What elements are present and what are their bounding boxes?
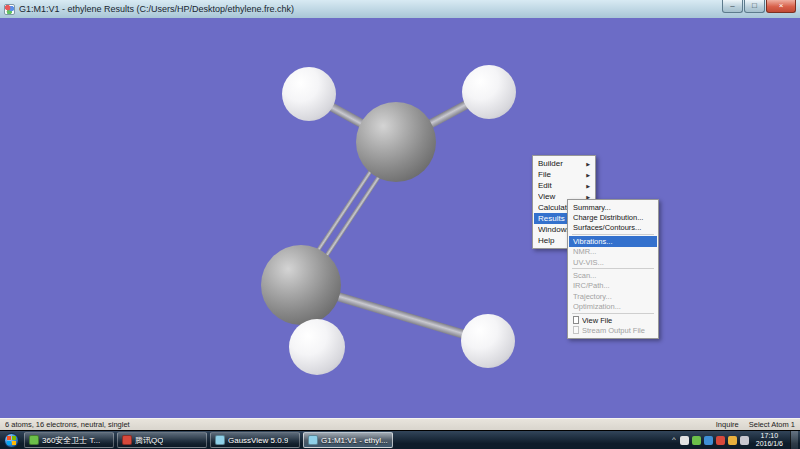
submenu-item-optimization[interactable]: Optimization... (569, 302, 657, 312)
menu-item-label: NMR... (573, 247, 653, 256)
tray-expand-icon[interactable]: ^ (672, 436, 676, 444)
molecule-viewport[interactable]: Builder▶File▶Edit▶View▶Calculate▶Results… (0, 18, 800, 418)
submenu-item-charge-distribution[interactable]: Charge Distribution... (569, 212, 657, 222)
taskbar-button-label: 腾讯QQ (135, 435, 163, 446)
clock-time: 17:10 (756, 432, 783, 440)
atom-C[interactable] (261, 245, 341, 325)
atom-C[interactable] (356, 102, 436, 182)
submenu-item-surfaces-contours[interactable]: Surfaces/Contours... (569, 223, 657, 233)
taskbar-button-360-t[interactable]: 360安全卫士 T... (24, 432, 114, 448)
menu-separator (572, 234, 654, 235)
taskbar-button-icon (308, 435, 318, 445)
taskbar: 360安全卫士 T...腾讯QQGaussView 5.0.9G1:M1:V1 … (0, 430, 800, 449)
atom-H[interactable] (461, 314, 515, 368)
menu-item-label: Builder (538, 159, 584, 168)
status-bar: 6 atoms, 16 electrons, neutral, singlet … (0, 418, 800, 430)
maximize-button[interactable]: □ (744, 0, 765, 13)
submenu-item-uv-vis[interactable]: UV-VIS... (569, 257, 657, 267)
window-titlebar: G1:M1:V1 - ethylene Results (C:/Users/HP… (0, 0, 800, 18)
submenu-item-scan[interactable]: Scan... (569, 270, 657, 280)
submenu-item-summary[interactable]: Summary... (569, 202, 657, 212)
status-hint-text: Select Atom 1 (749, 420, 795, 429)
taskbar-button-icon (29, 435, 39, 445)
tray-icon[interactable] (740, 436, 749, 445)
submenu-item-stream-output-file[interactable]: Stream Output File (569, 325, 657, 335)
menu-item-label: IRC/Path... (573, 281, 653, 290)
submenu-item-nmr[interactable]: NMR... (569, 247, 657, 257)
menu-separator (572, 313, 654, 314)
tray-icon[interactable] (680, 436, 689, 445)
app-icon (4, 4, 15, 15)
context-menu-item-edit[interactable]: Edit▶ (534, 180, 594, 191)
screen: G1:M1:V1 - ethylene Results (C:/Users/HP… (0, 0, 800, 449)
menu-separator (572, 268, 654, 269)
atom-H[interactable] (282, 67, 336, 121)
menu-item-label: Charge Distribution... (573, 213, 653, 222)
taskbar-button-gaussview-5-0-9[interactable]: GaussView 5.0.9 (210, 432, 300, 448)
menu-item-label: UV-VIS... (573, 258, 653, 267)
clock-date: 2016/1/6 (756, 440, 783, 448)
molecule-status-text: 6 atoms, 16 electrons, neutral, singlet (5, 420, 716, 429)
context-menu-item-builder[interactable]: Builder▶ (534, 158, 594, 169)
taskbar-button-icon (215, 435, 225, 445)
mode-indicator: Inquire (716, 420, 739, 429)
submenu-arrow-icon: ▶ (586, 183, 590, 189)
tray-icon[interactable] (704, 436, 713, 445)
tray-icons (680, 436, 749, 445)
windows-logo-icon (7, 436, 16, 445)
submenu-arrow-icon: ▶ (586, 161, 590, 167)
submenu-item-vibrations[interactable]: Vibrations... (569, 236, 657, 246)
document-icon (573, 316, 579, 324)
menu-item-label: Stream Output File (582, 326, 653, 335)
atom-H[interactable] (462, 65, 516, 119)
system-tray: ^ 17:10 2016/1/6 (672, 431, 798, 449)
taskbar-button-qq[interactable]: 腾讯QQ (117, 432, 207, 448)
taskbar-button-label: G1:M1:V1 - ethyl... (321, 436, 388, 445)
taskbar-button-g1-m1-v1-ethyl[interactable]: G1:M1:V1 - ethyl... (303, 432, 393, 448)
taskbar-button-icon (122, 435, 132, 445)
menu-item-label: Edit (538, 181, 584, 190)
taskbar-button-label: GaussView 5.0.9 (228, 436, 288, 445)
menu-item-label: Vibrations... (573, 237, 653, 246)
tray-icon[interactable] (728, 436, 737, 445)
minimize-button[interactable]: – (722, 0, 743, 13)
tray-icon[interactable] (716, 436, 725, 445)
tray-icon[interactable] (692, 436, 701, 445)
start-button[interactable] (4, 433, 19, 448)
context-menu-item-file[interactable]: File▶ (534, 169, 594, 180)
submenu-arrow-icon: ▶ (586, 172, 590, 178)
document-icon (573, 326, 579, 334)
show-desktop-button[interactable] (790, 431, 798, 449)
atom-H[interactable] (289, 319, 345, 375)
menu-item-label: Trajectory... (573, 292, 653, 301)
taskbar-buttons: 360安全卫士 T...腾讯QQGaussView 5.0.9G1:M1:V1 … (24, 432, 393, 448)
window-controls: – □ × (722, 0, 796, 13)
menu-item-label: File (538, 170, 584, 179)
taskbar-clock[interactable]: 17:10 2016/1/6 (756, 432, 783, 448)
menu-item-label: View File (582, 316, 653, 325)
window-title: G1:M1:V1 - ethylene Results (C:/Users/HP… (19, 4, 796, 14)
close-button[interactable]: × (766, 0, 796, 13)
menu-item-label: Optimization... (573, 302, 653, 311)
submenu-item-irc-path[interactable]: IRC/Path... (569, 281, 657, 291)
taskbar-button-label: 360安全卫士 T... (42, 435, 100, 446)
submenu-item-view-file[interactable]: View File (569, 315, 657, 325)
ethylene-molecule (0, 18, 800, 418)
menu-item-label: Scan... (573, 271, 653, 280)
submenu-item-trajectory[interactable]: Trajectory... (569, 291, 657, 301)
menu-item-label: Summary... (573, 203, 653, 212)
menu-item-label: Surfaces/Contours... (573, 223, 653, 232)
results-submenu: Summary...Charge Distribution...Surfaces… (567, 199, 659, 339)
